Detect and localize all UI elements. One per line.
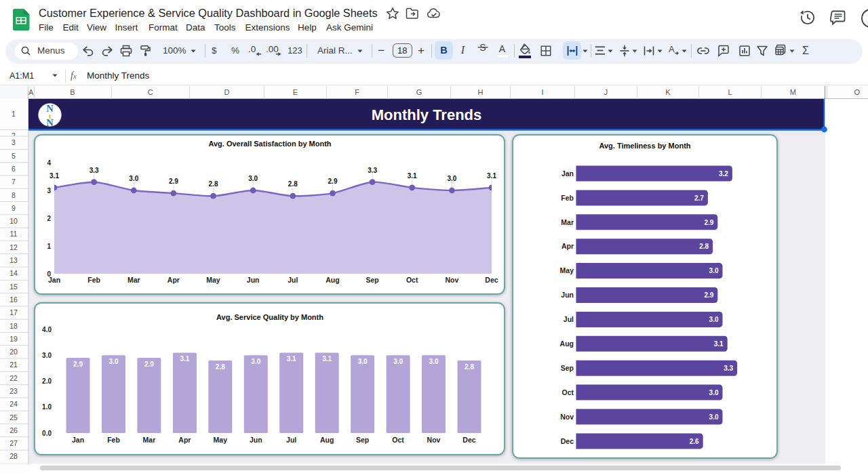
svg-text:Oct: Oct: [392, 436, 404, 444]
svg-text:Avg. Service Quality by Month: Avg. Service Quality by Month: [216, 313, 323, 321]
svg-text:3.2: 3.2: [719, 170, 728, 178]
svg-text:Monthly Trends: Monthly Trends: [372, 106, 482, 123]
svg-text:Jan: Jan: [48, 276, 60, 284]
svg-text:Dec: Dec: [485, 276, 498, 284]
svg-text:2.9: 2.9: [144, 361, 154, 368]
svg-text:3: 3: [12, 138, 16, 146]
svg-text:3.1: 3.1: [322, 355, 332, 363]
svg-text:2.8: 2.8: [465, 363, 474, 371]
svg-text:Avg. Overall Satisfaction by M: Avg. Overall Satisfaction by Month: [208, 140, 331, 148]
svg-text:25: 25: [9, 413, 18, 421]
svg-text:Mar: Mar: [561, 218, 574, 226]
svg-text:Jun: Jun: [250, 436, 262, 444]
svg-text:2.9: 2.9: [73, 361, 83, 368]
svg-text:Feb: Feb: [107, 436, 120, 444]
svg-text:3.0: 3.0: [129, 175, 138, 182]
svg-text:2.9: 2.9: [704, 291, 713, 299]
svg-text:N: N: [46, 117, 54, 128]
svg-text:14: 14: [9, 269, 18, 277]
svg-text:Mar: Mar: [127, 276, 140, 284]
svg-text:Aug: Aug: [560, 340, 574, 348]
svg-text:13: 13: [9, 256, 18, 264]
svg-text:27: 27: [9, 439, 18, 447]
svg-text:28: 28: [9, 452, 18, 460]
svg-text:2.8: 2.8: [699, 243, 709, 250]
svg-text:May: May: [206, 276, 220, 284]
svg-text:3.0: 3.0: [709, 413, 719, 421]
svg-text:Jun: Jun: [561, 291, 574, 299]
svg-text:7: 7: [12, 178, 16, 186]
svg-text:4: 4: [47, 159, 51, 167]
svg-text:Nov: Nov: [560, 413, 574, 421]
svg-text:6: 6: [12, 165, 16, 173]
svg-text:2.9: 2.9: [704, 219, 713, 226]
svg-text:3.1: 3.1: [50, 172, 59, 180]
svg-text:3.0: 3.0: [109, 358, 119, 365]
svg-text:Jul: Jul: [288, 276, 298, 284]
svg-text:2: 2: [47, 215, 51, 222]
svg-text:1: 1: [47, 243, 51, 250]
svg-text:Avg. Timeliness by Month: Avg. Timeliness by Month: [599, 142, 690, 150]
svg-text:11: 11: [10, 230, 18, 238]
svg-text:2.8: 2.8: [209, 180, 218, 188]
svg-text:May: May: [560, 266, 574, 274]
svg-text:4.0: 4.0: [42, 326, 52, 333]
svg-text:12: 12: [9, 243, 18, 251]
svg-text:20: 20: [9, 348, 18, 356]
svg-text:Aug: Aug: [326, 276, 339, 284]
svg-text:15: 15: [9, 283, 18, 291]
svg-text:2.8: 2.8: [216, 363, 225, 371]
svg-text:3.1: 3.1: [287, 355, 296, 363]
svg-text:Oct: Oct: [406, 276, 418, 284]
svg-text:3.0: 3.0: [447, 175, 456, 182]
svg-text:2.6: 2.6: [690, 438, 699, 445]
svg-text:3.0: 3.0: [251, 358, 260, 365]
svg-text:Feb: Feb: [561, 194, 574, 202]
svg-text:9: 9: [12, 204, 16, 212]
svg-text:3.1: 3.1: [408, 172, 417, 180]
svg-text:2.9: 2.9: [169, 178, 178, 185]
svg-text:21: 21: [9, 361, 18, 369]
svg-text:Sep: Sep: [366, 276, 378, 284]
svg-text:17: 17: [9, 308, 18, 316]
svg-text:Aug: Aug: [320, 436, 334, 444]
svg-text:2.9: 2.9: [328, 178, 338, 185]
svg-text:22: 22: [9, 374, 18, 382]
svg-text:Apr: Apr: [561, 242, 574, 250]
svg-text:0.0: 0.0: [42, 430, 52, 437]
svg-text:3: 3: [47, 187, 51, 194]
svg-text:Sep: Sep: [561, 364, 574, 372]
svg-text:Mar: Mar: [143, 436, 156, 444]
svg-text:Apr: Apr: [178, 436, 191, 444]
svg-text:16: 16: [9, 295, 18, 304]
svg-text:2.0: 2.0: [42, 377, 52, 385]
svg-text:A: A: [669, 44, 675, 54]
svg-text:3.0: 3.0: [358, 358, 368, 365]
svg-text:3.0: 3.0: [709, 267, 719, 274]
svg-text:Sep: Sep: [356, 436, 369, 444]
svg-text:Oct: Oct: [561, 388, 574, 396]
svg-text:Jan: Jan: [561, 169, 574, 178]
svg-text:23: 23: [9, 387, 18, 395]
svg-text:3.0: 3.0: [709, 389, 719, 396]
svg-text:Jun: Jun: [247, 276, 260, 284]
svg-text:May: May: [214, 436, 228, 444]
svg-text:3.3: 3.3: [724, 365, 733, 372]
svg-text:19: 19: [9, 335, 18, 343]
svg-text:3.1: 3.1: [487, 172, 496, 180]
svg-text:5: 5: [12, 152, 16, 160]
svg-text:Nov: Nov: [427, 436, 441, 444]
svg-text:3.3: 3.3: [90, 167, 99, 174]
svg-text:3.0: 3.0: [393, 358, 403, 365]
svg-text:3.3: 3.3: [368, 167, 377, 174]
svg-text:18: 18: [9, 322, 18, 330]
svg-text:2.8: 2.8: [288, 180, 298, 188]
svg-text:Jan: Jan: [72, 436, 84, 444]
svg-text:10: 10: [9, 217, 18, 225]
svg-text:1.0: 1.0: [42, 403, 52, 411]
svg-text:3.0: 3.0: [248, 175, 258, 182]
svg-text:3.1: 3.1: [714, 340, 724, 348]
svg-text:Jul: Jul: [286, 436, 296, 444]
svg-text:26: 26: [9, 426, 18, 434]
svg-text:24: 24: [9, 400, 18, 408]
